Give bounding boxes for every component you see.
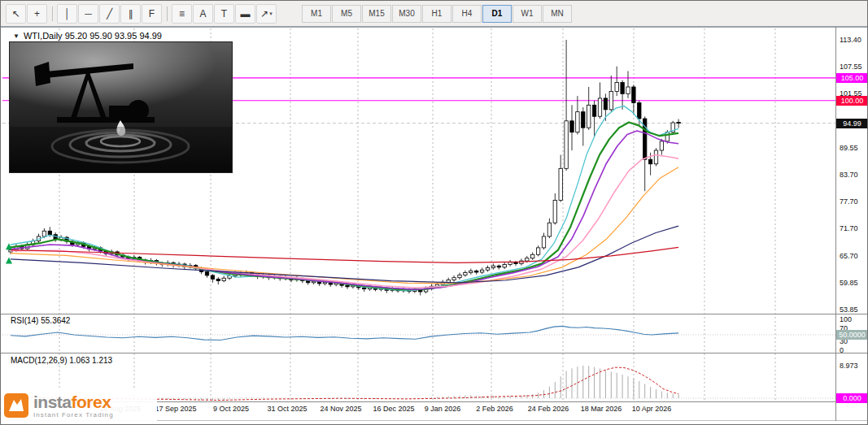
- price-axis-tick: 65.70: [840, 252, 858, 260]
- toolbar: ↖+│─╱∥F≡AT▬↗▾ M1M5M15M30H1H4D1W1MN: [1, 1, 867, 27]
- price-axis-tick: 113.40: [840, 36, 861, 44]
- candle-body: [604, 98, 607, 110]
- equidistant-channel-button[interactable]: ∥: [120, 4, 141, 24]
- grid-icon: ≡: [179, 8, 185, 20]
- candle-body: [508, 262, 512, 265]
- time-axis-label: 10 Apr 2026: [623, 405, 680, 413]
- symbol-ohlc-label[interactable]: ▼ WTI,Daily 95.20 95.90 93.95 94.99: [11, 31, 164, 41]
- macd-zero-badge: 0.000: [836, 393, 868, 403]
- rsi-indicator-label: RSI(14) 55.3642: [9, 316, 72, 325]
- timeframe-w1-button[interactable]: W1: [513, 5, 542, 23]
- drawing-tools-group: ↖+│─╱∥F≡AT▬↗▾: [6, 4, 277, 24]
- instaforex-wordmark: instaforex: [33, 393, 114, 410]
- dropdown-caret-icon: ▾: [269, 11, 273, 17]
- fibonacci-button[interactable]: F: [142, 4, 162, 24]
- rsi-level-badge: 50.0000: [836, 330, 868, 340]
- buy-arrow-object: [6, 258, 12, 264]
- timeframe-h4-button[interactable]: H4: [452, 5, 482, 23]
- candle-body: [587, 105, 591, 128]
- timeframe-group: M1M5M15M30H1H4D1W1MN: [302, 5, 572, 23]
- candle-body: [491, 266, 495, 267]
- candle-body: [469, 271, 473, 272]
- timeframe-h1-button[interactable]: H1: [422, 5, 451, 23]
- time-axis-label: 2 Feb 2026: [466, 405, 523, 413]
- candle-body: [480, 270, 483, 272]
- candle-body: [312, 281, 315, 283]
- candle-body: [48, 231, 51, 234]
- rectangle-button[interactable]: ▬: [235, 4, 255, 24]
- candle-body: [621, 82, 624, 93]
- candle-body: [307, 281, 310, 283]
- candle-body: [648, 159, 652, 164]
- arrows-button[interactable]: ↗▾: [256, 4, 277, 24]
- vertical-line-button[interactable]: │: [57, 4, 77, 24]
- rsi-line: [11, 326, 678, 340]
- candle-body: [503, 265, 506, 267]
- candle-body: [677, 122, 680, 123]
- candle-body: [486, 267, 489, 270]
- candle-body: [559, 168, 562, 200]
- candle-body: [531, 254, 534, 258]
- toolbar-separator: [52, 7, 53, 21]
- candle-body: [222, 278, 225, 280]
- time-axis-label: 9 Jan 2026: [414, 405, 471, 413]
- price-level-badge: 105.00: [836, 73, 868, 83]
- candle-body: [576, 112, 579, 132]
- toolbar-separator: [167, 7, 168, 21]
- instaforex-tagline: Instant Forex Trading: [33, 411, 114, 418]
- candle-body: [211, 275, 214, 279]
- candle-body: [626, 87, 630, 93]
- time-axis-label: 18 Mar 2026: [573, 405, 630, 413]
- candle-body: [475, 271, 478, 272]
- vertical-line-icon: │: [64, 8, 71, 20]
- candle-body: [346, 285, 349, 287]
- candle-body: [609, 92, 613, 110]
- macd-indicator-label: MACD(12,26,9) 1.063 1.213: [9, 356, 114, 365]
- timeframe-d1-button[interactable]: D1: [482, 5, 512, 23]
- crosshair-button[interactable]: +: [27, 4, 47, 24]
- candle-body: [660, 141, 663, 150]
- trendline-icon: ╱: [107, 8, 112, 20]
- price-level-badge: 100.00: [836, 96, 868, 106]
- grid-button[interactable]: ≡: [172, 4, 192, 24]
- candle-body: [547, 223, 551, 236]
- candle-body: [592, 105, 595, 116]
- candle-body: [42, 231, 46, 236]
- symbol-ohlc-text: WTI,Daily 95.20 95.90 93.95 94.99: [24, 31, 162, 41]
- current-price-badge: 94.99: [836, 119, 868, 128]
- candle-body: [205, 271, 208, 275]
- text-button[interactable]: A: [193, 4, 213, 24]
- horizontal-line-button[interactable]: ─: [78, 4, 98, 24]
- price-axis-tick: 59.85: [840, 279, 858, 287]
- candle-body: [514, 262, 517, 264]
- price-axis-tick: 83.70: [840, 171, 858, 179]
- candle-body: [565, 121, 568, 169]
- timeframe-m30-button[interactable]: M30: [392, 5, 421, 23]
- price-axis-tick: 107.55: [840, 63, 862, 71]
- timeframe-m1-button[interactable]: M1: [302, 5, 331, 23]
- crosshair-icon: +: [34, 8, 40, 20]
- timeframe-m15-button[interactable]: M15: [362, 5, 391, 23]
- trendline-button[interactable]: ╱: [99, 4, 120, 24]
- timeframe-mn-button[interactable]: MN: [543, 5, 572, 23]
- candle-body: [542, 236, 545, 248]
- candle-body: [458, 275, 461, 277]
- candle-body: [553, 200, 556, 223]
- arrows-icon: ↗: [260, 8, 268, 20]
- candle-body: [452, 278, 456, 280]
- time-axis-label: 24 Feb 2026: [520, 405, 577, 413]
- timeframe-m5-button[interactable]: M5: [332, 5, 361, 23]
- fibonacci-icon: F: [149, 8, 155, 20]
- candle-body: [638, 102, 641, 119]
- symbol-dropdown-icon[interactable]: ▼: [13, 33, 20, 40]
- text-icon: A: [199, 8, 206, 20]
- time-axis-label: 31 Oct 2025: [259, 405, 316, 413]
- candle-body: [497, 266, 500, 267]
- text-label-button[interactable]: T: [214, 4, 234, 24]
- cursor-button[interactable]: ↖: [6, 4, 26, 24]
- candle-body: [536, 248, 539, 254]
- candle-body: [570, 121, 574, 132]
- candle-body: [632, 87, 635, 103]
- rsi-axis-tick: 100: [840, 315, 852, 323]
- rectangle-icon: ▬: [241, 8, 251, 20]
